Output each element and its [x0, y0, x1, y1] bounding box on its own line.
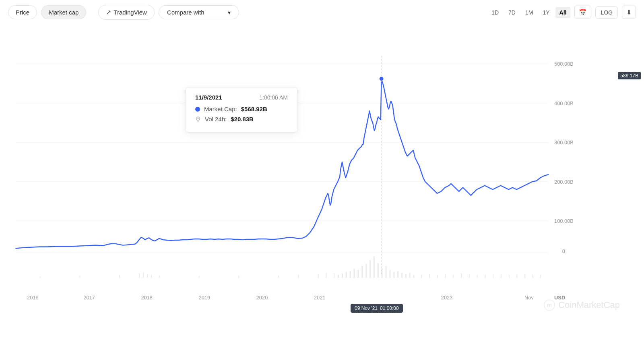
svg-rect-59: [437, 275, 438, 278]
svg-rect-40: [350, 271, 351, 278]
calendar-button[interactable]: 📅: [574, 6, 591, 19]
market-cap-button[interactable]: Market cap: [41, 5, 86, 19]
y-axis-top-label: 589.17B: [618, 72, 641, 79]
compare-with-button[interactable]: Compare with ▾: [159, 5, 239, 19]
svg-rect-62: [461, 274, 462, 278]
svg-text:400.00B: 400.00B: [554, 100, 574, 106]
download-button[interactable]: ⬇: [622, 6, 636, 19]
period-1y-button[interactable]: 1Y: [539, 7, 553, 18]
tooltip-market-cap-dot: [195, 107, 200, 112]
svg-text:300.00B: 300.00B: [554, 139, 574, 145]
volume-icon: [195, 116, 201, 122]
svg-rect-67: [501, 274, 502, 278]
svg-rect-35: [409, 273, 411, 278]
svg-text:100.00B: 100.00B: [554, 218, 574, 224]
svg-text:2021: 2021: [314, 295, 326, 301]
svg-rect-41: [354, 269, 355, 278]
svg-rect-49: [159, 276, 160, 278]
svg-rect-72: [541, 275, 541, 278]
svg-rect-65: [485, 275, 485, 278]
svg-text:2018: 2018: [141, 295, 153, 301]
svg-rect-45: [139, 274, 140, 278]
svg-rect-69: [516, 274, 517, 278]
coinmarketcap-logo: m: [544, 299, 555, 311]
svg-rect-31: [393, 272, 394, 278]
svg-rect-53: [298, 275, 299, 278]
trading-view-label: TradingView: [114, 9, 147, 16]
svg-text:2017: 2017: [83, 295, 95, 301]
svg-text:0: 0: [562, 248, 565, 254]
tooltip-time: 1:00:00 AM: [259, 94, 288, 101]
svg-rect-29: [386, 266, 387, 278]
svg-rect-42: [40, 277, 41, 278]
svg-rect-63: [469, 274, 470, 278]
svg-text:m: m: [547, 302, 552, 308]
chevron-down-icon: ▾: [228, 9, 231, 16]
svg-rect-64: [477, 275, 478, 278]
tooltip-market-cap-label: Market Cap:: [204, 106, 237, 112]
svg-rect-39: [346, 272, 347, 278]
svg-rect-27: [378, 263, 379, 278]
svg-rect-47: [147, 274, 148, 278]
tooltip-date: 11/9/2021: [195, 94, 222, 101]
chart-svg: .grid-line { stroke: #f0f0f0; stroke-wid…: [0, 25, 620, 331]
svg-rect-57: [421, 275, 422, 278]
svg-rect-44: [119, 275, 120, 278]
price-button[interactable]: Price: [8, 5, 37, 19]
svg-text:2019: 2019: [199, 295, 211, 301]
coinmarketcap-watermark: m CoinMarketCap: [544, 299, 620, 311]
svg-text:2020: 2020: [256, 295, 268, 301]
svg-text:2016: 2016: [27, 295, 39, 301]
tooltip-vol-label: Vol 24h:: [205, 116, 227, 122]
tooltip-header: 11/9/2021 1:00:00 AM: [195, 94, 288, 101]
svg-text:Nov: Nov: [524, 295, 534, 301]
svg-rect-34: [405, 274, 407, 278]
svg-rect-66: [493, 274, 493, 278]
svg-rect-43: [79, 276, 80, 278]
svg-rect-48: [151, 275, 152, 278]
svg-rect-23: [361, 266, 363, 278]
svg-rect-46: [143, 273, 144, 278]
compare-with-label: Compare with: [167, 9, 204, 16]
chart-area[interactable]: 589.17B .grid-line { stroke: #f0f0f0; st…: [0, 25, 644, 347]
period-7d-button[interactable]: 7D: [504, 7, 520, 18]
svg-rect-50: [199, 276, 200, 278]
period-all-button[interactable]: All: [555, 7, 571, 18]
svg-rect-32: [397, 271, 398, 278]
svg-rect-52: [278, 276, 279, 278]
download-icon: ⬇: [626, 9, 632, 16]
period-1d-button[interactable]: 1D: [487, 7, 503, 18]
crosshair-x-label: 09 Nov '21 01:00:00: [351, 304, 403, 313]
trading-view-button[interactable]: ↗ TradingView: [98, 5, 155, 20]
svg-rect-25: [369, 260, 371, 278]
tooltip: 11/9/2021 1:00:00 AM Market Cap: $568.92…: [185, 87, 298, 133]
svg-rect-22: [357, 270, 359, 278]
svg-point-73: [198, 118, 199, 119]
svg-rect-58: [429, 274, 430, 278]
svg-rect-70: [524, 274, 525, 278]
tooltip-vol-row: Vol 24h: $20.83B: [195, 116, 288, 122]
svg-rect-33: [401, 273, 402, 278]
svg-rect-36: [413, 275, 415, 278]
svg-text:500.00B: 500.00B: [554, 61, 574, 67]
svg-rect-30: [389, 270, 390, 278]
log-button[interactable]: LOG: [595, 6, 618, 19]
tooltip-market-cap-row: Market Cap: $568.92B: [195, 106, 288, 112]
crosshair-time-label: 01:00:00: [380, 305, 399, 311]
svg-rect-60: [445, 274, 446, 278]
tooltip-market-cap-value: $568.92B: [241, 106, 267, 112]
period-1m-button[interactable]: 1M: [521, 7, 537, 18]
chart-container: 589.17B .grid-line { stroke: #f0f0f0; st…: [0, 25, 644, 347]
svg-rect-61: [453, 275, 454, 278]
svg-rect-54: [318, 274, 319, 278]
svg-text:2023: 2023: [441, 295, 453, 301]
watermark-text: CoinMarketCap: [558, 300, 620, 310]
svg-rect-26: [374, 256, 375, 278]
svg-rect-37: [338, 275, 339, 278]
svg-rect-24: [365, 264, 367, 278]
svg-rect-55: [326, 273, 326, 278]
svg-rect-68: [509, 275, 510, 278]
svg-rect-56: [334, 274, 334, 278]
chart-tooltip-dot: [379, 77, 384, 81]
trading-view-icon: ↗: [106, 8, 111, 16]
